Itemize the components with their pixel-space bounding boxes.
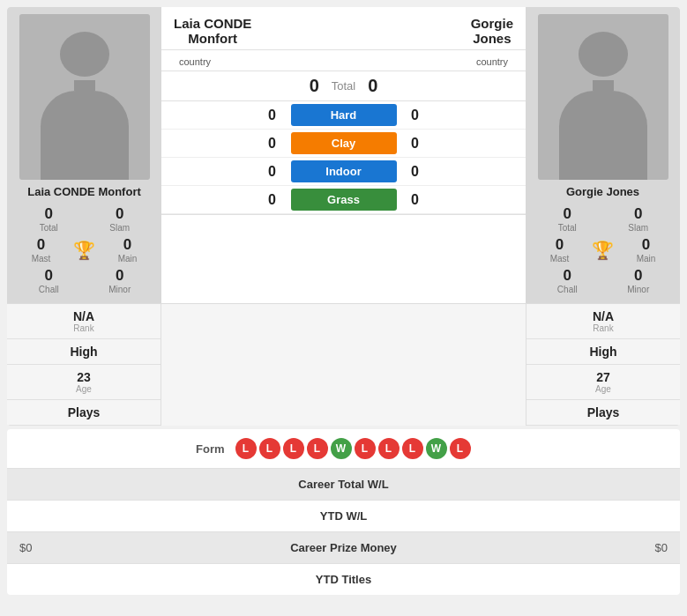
right-trophy-icon: 🏆	[588, 238, 617, 263]
names-row: Laia CONDE Monfort Gorgie Jones	[161, 7, 526, 50]
right-main-stat: 0 Main	[619, 234, 673, 265]
indoor-row: 0 Indoor 0	[161, 158, 526, 186]
right-stats-grid: 0 Total 0 Slam	[533, 204, 673, 234]
match-bottom-row: N/A Rank High 23 Age Plays	[7, 303, 680, 426]
form-badge-l: L	[378, 438, 400, 459]
right-mast-stat: 0 Mast	[533, 234, 586, 265]
left-plays-box: Plays	[7, 400, 161, 426]
left-neck	[74, 80, 95, 91]
grass-button[interactable]: Grass	[291, 189, 397, 211]
right-stats-grid2: 0 Chall 0 Minor	[533, 265, 673, 296]
left-silhouette	[19, 14, 150, 180]
form-badges: LLLLWLLLWL	[235, 438, 471, 459]
left-age-box: 23 Age	[7, 365, 161, 400]
form-badge-w: W	[331, 438, 352, 459]
clay-button[interactable]: Clay	[291, 132, 397, 154]
ytd-titles-center: YTD Titles	[196, 573, 491, 586]
right-avatar	[538, 14, 668, 180]
right-prize: $0	[491, 541, 668, 554]
left-stats-grid: 0 Total 0 Slam	[14, 204, 154, 234]
ytd-wl-row: YTD W/L	[7, 501, 680, 532]
career-wl-label: Career Total W/L	[298, 478, 388, 491]
right-minor-stat: 0 Minor	[604, 265, 674, 296]
left-prize: $0	[19, 541, 196, 554]
right-neck	[593, 80, 614, 91]
right-slam-stat: 0 Slam	[604, 204, 674, 234]
career-prize-center: Career Prize Money	[196, 541, 491, 554]
left-rank-box: N/A Rank	[7, 304, 161, 339]
total-score-row: 0 Total 0	[161, 71, 526, 101]
left-trophy-row: 0 Mast 🏆 0 Main	[14, 234, 154, 265]
right-high-box: High	[526, 339, 680, 365]
form-badge-l: L	[235, 438, 257, 459]
right-plays-box: Plays	[526, 400, 680, 426]
form-badge-l: L	[307, 438, 328, 459]
left-stat-col: N/A Rank High 23 Age Plays	[7, 304, 161, 426]
indoor-button[interactable]: Indoor	[291, 160, 397, 182]
form-label: Form	[196, 442, 225, 456]
match-card: Laia CONDE Monfort 0 Total 0 Slam 0 Mast	[7, 7, 680, 426]
form-content: Form LLLLWLLLWL	[196, 438, 491, 459]
total-score-right: 0	[368, 76, 377, 96]
left-slam-stat: 0 Slam	[86, 204, 155, 234]
bottom-stats-section: Form LLLLWLLLWL Career Total W/L YTD W/L	[7, 429, 680, 595]
clay-score-right: 0	[407, 136, 423, 152]
form-badge-l: L	[355, 438, 376, 459]
career-prize-row: $0 Career Prize Money $0	[7, 532, 680, 564]
left-country: country	[179, 56, 211, 67]
form-badge-l: L	[402, 438, 423, 459]
right-total-stat: 0 Total	[533, 204, 602, 234]
left-stats-grid2: 0 Chall 0 Minor	[14, 265, 154, 296]
form-row: Form LLLLWLLLWL	[7, 429, 680, 469]
right-head	[579, 32, 628, 77]
grass-row: 0 Grass 0	[161, 186, 526, 214]
grass-score-left: 0	[265, 192, 280, 208]
clay-score-left: 0	[265, 136, 280, 152]
left-avatar	[19, 14, 150, 180]
hard-button[interactable]: Hard	[291, 104, 397, 126]
ytd-wl-center: YTD W/L	[196, 509, 491, 523]
right-stat-col: N/A Rank High 27 Age Plays	[526, 304, 680, 426]
left-main-stat: 0 Main	[101, 234, 154, 265]
right-player-panel: Gorgie Jones 0 Total 0 Slam 0 Mast	[526, 7, 680, 303]
right-country: country	[476, 56, 508, 67]
total-label: Total	[332, 79, 355, 93]
top-row: Laia CONDE Monfort 0 Total 0 Slam 0 Mast	[7, 7, 680, 303]
center-empty	[161, 304, 526, 426]
main-wrapper: Laia CONDE Monfort 0 Total 0 Slam 0 Mast	[0, 0, 687, 602]
right-name-center: Gorgie Jones	[471, 16, 513, 46]
career-wl-center: Career Total W/L	[196, 478, 491, 491]
ytd-titles-label: YTD Titles	[316, 573, 371, 586]
left-player-panel: Laia CONDE Monfort 0 Total 0 Slam 0 Mast	[7, 7, 161, 303]
left-minor-stat: 0 Minor	[86, 265, 155, 296]
career-wl-row: Career Total W/L	[7, 469, 680, 501]
form-badge-l: L	[450, 438, 471, 459]
ytd-wl-label: YTD W/L	[320, 509, 367, 523]
center-stat-col	[161, 304, 526, 426]
left-chall-stat: 0 Chall	[14, 265, 84, 296]
left-body	[41, 91, 129, 180]
country-row: country country	[161, 50, 526, 71]
form-badge-l: L	[283, 438, 304, 459]
hard-score-left: 0	[265, 108, 280, 123]
right-trophy-row: 0 Mast 🏆 0 Main	[533, 234, 673, 265]
surface-section: 0 Hard 0 0 Clay 0 0 Indoor 0	[161, 101, 526, 215]
right-chall-stat: 0 Chall	[533, 265, 602, 296]
center-col: Laia CONDE Monfort Gorgie Jones country …	[161, 7, 526, 303]
right-body	[559, 91, 647, 180]
left-high-box: High	[7, 339, 161, 365]
clay-row: 0 Clay 0	[161, 130, 526, 158]
form-badge-w: W	[426, 438, 447, 459]
left-trophy-icon: 🏆	[70, 238, 99, 263]
left-mast-stat: 0 Mast	[14, 234, 68, 265]
right-rank-box: N/A Rank	[526, 304, 680, 339]
left-name-center: Laia CONDE Monfort	[174, 16, 251, 46]
ytd-titles-row: YTD Titles	[7, 564, 680, 595]
hard-score-right: 0	[407, 108, 423, 123]
indoor-score-left: 0	[265, 164, 280, 180]
left-head	[60, 32, 109, 77]
right-player-name: Gorgie Jones	[566, 185, 639, 198]
indoor-score-right: 0	[407, 164, 423, 180]
left-total-stat: 0 Total	[14, 204, 84, 234]
left-player-name: Laia CONDE Monfort	[27, 185, 141, 198]
